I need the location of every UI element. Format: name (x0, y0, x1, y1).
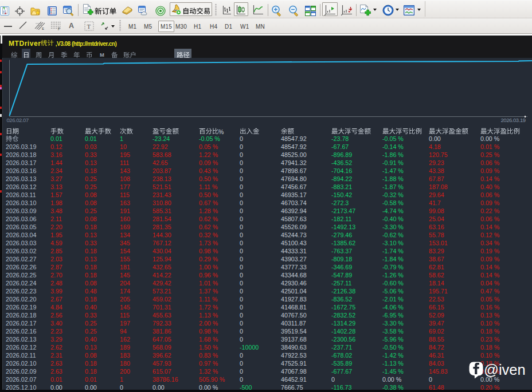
svg-text:T: T (87, 23, 91, 30)
svg-text:F: F (58, 27, 60, 31)
svg-text:@iven: @iven (484, 362, 526, 378)
svg-text:E: E (42, 27, 44, 30)
